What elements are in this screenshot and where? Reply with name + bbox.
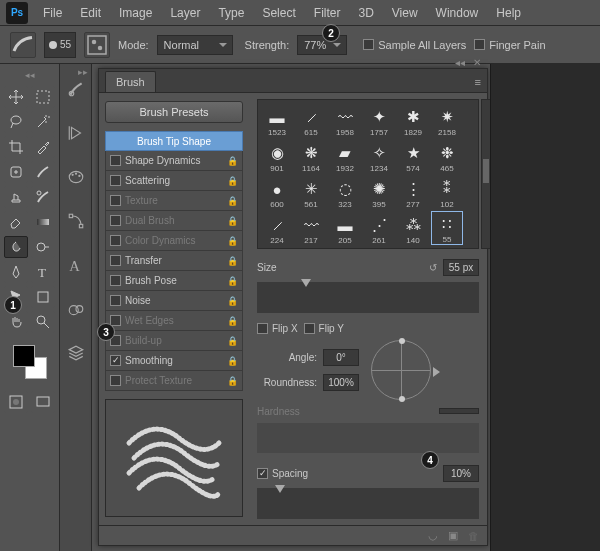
spacing-checkbox[interactable]: Spacing [257,468,308,479]
panel-collapse-icon[interactable]: ◂◂ [455,57,465,68]
foreground-color-swatch[interactable] [13,345,35,367]
menu-file[interactable]: File [34,6,71,20]
brush-tip-1829[interactable]: ✱1829 [397,103,429,137]
actions-panel-icon[interactable] [65,122,87,144]
menu-3d[interactable]: 3D [349,6,382,20]
spacing-value[interactable]: 10% [443,465,479,482]
menu-filter[interactable]: Filter [305,6,350,20]
menu-window[interactable]: Window [427,6,488,20]
brush-option-build-up[interactable]: Build-up🔒 [105,331,243,351]
brush-tip-574[interactable]: ★574 [397,139,429,173]
mode-dropdown[interactable]: Normal [157,35,233,55]
checkbox-icon[interactable] [110,215,121,226]
magic-wand-tool[interactable] [31,111,55,133]
brush-option-transfer[interactable]: Transfer🔒 [105,251,243,271]
panel-menu-icon[interactable]: ≡ [475,76,481,88]
lasso-tool[interactable] [4,111,28,133]
brush-tip-277[interactable]: ⋮277 [397,175,429,209]
smudge-tool[interactable] [4,236,28,258]
brush-tip-395[interactable]: ✺395 [363,175,395,209]
shape-tool[interactable] [31,286,55,308]
brush-tip-102[interactable]: ⁑102 [431,175,463,209]
spacing-slider[interactable] [257,488,479,519]
crop-tool[interactable] [4,136,28,158]
checkbox-icon[interactable] [110,375,121,386]
checkbox-icon[interactable] [110,255,121,266]
lock-icon[interactable]: 🔒 [227,156,238,166]
brush-tip-561[interactable]: ✳561 [295,175,327,209]
lock-icon[interactable]: 🔒 [227,196,238,206]
brush-option-wet-edges[interactable]: Wet Edges🔒 [105,311,243,331]
marquee-tool[interactable] [31,86,55,108]
brush-tip-600[interactable]: ●600 [261,175,293,209]
brush-tip-901[interactable]: ◉901 [261,139,293,173]
screen-mode-button[interactable] [31,391,55,413]
checkbox-icon[interactable] [110,175,121,186]
hand-tool[interactable] [4,311,28,333]
lock-icon[interactable]: 🔒 [227,256,238,266]
collapse-icon[interactable]: ◂◂ [25,70,35,80]
healing-brush-tool[interactable] [4,161,28,183]
brush-size-picker[interactable]: 55 [44,32,76,58]
brush-option-protect-texture[interactable]: Protect Texture🔒 [105,371,243,391]
panel-close-icon[interactable]: ✕ [473,57,481,68]
quick-mask-button[interactable] [4,391,28,413]
creative-cloud-panel-icon[interactable] [65,298,87,320]
character-panel-icon[interactable]: A [65,254,87,276]
dodge-tool[interactable] [31,236,55,258]
brush-presets-button[interactable]: Brush Presets [105,101,243,123]
brush-option-noise[interactable]: Noise🔒 [105,291,243,311]
lock-icon[interactable]: 🔒 [227,316,238,326]
move-tool[interactable] [4,86,28,108]
toggle-preview-icon[interactable]: ◡ [428,529,438,542]
brush-option-color-dynamics[interactable]: Color Dynamics🔒 [105,231,243,251]
sample-all-layers-checkbox[interactable]: Sample All Layers [363,39,466,51]
lock-icon[interactable]: 🔒 [227,176,238,186]
brush-tip-1932[interactable]: ▰1932 [329,139,361,173]
reset-size-icon[interactable]: ↺ [429,262,437,273]
color-panel-icon[interactable] [65,166,87,188]
history-brush-tool[interactable] [31,186,55,208]
color-swatches[interactable] [13,345,47,379]
pen-tool[interactable] [4,261,28,283]
menu-edit[interactable]: Edit [71,6,110,20]
brush-tip-217[interactable]: 〰217 [295,211,327,245]
checkbox-icon[interactable] [110,295,121,306]
brush-option-dual-brush[interactable]: Dual Brush🔒 [105,211,243,231]
flip-y-checkbox[interactable]: Flip Y [304,323,344,334]
flip-x-checkbox[interactable]: Flip X [257,323,298,334]
brush-tip-1164[interactable]: ❋1164 [295,139,327,173]
eraser-tool[interactable] [4,211,28,233]
angle-value[interactable]: 0° [323,349,359,366]
lock-icon[interactable]: 🔒 [227,296,238,306]
lock-icon[interactable]: 🔒 [227,376,238,386]
menu-help[interactable]: Help [487,6,530,20]
lock-icon[interactable]: 🔒 [227,236,238,246]
finger-painting-checkbox[interactable]: Finger Pain [474,39,545,51]
lock-icon[interactable]: 🔒 [227,276,238,286]
menu-select[interactable]: Select [253,6,304,20]
brush-tip-1958[interactable]: 〰1958 [329,103,361,137]
brush-option-smoothing[interactable]: Smoothing🔒 [105,351,243,371]
brush-tip-1757[interactable]: ✦1757 [363,103,395,137]
brush-tip-261[interactable]: ⋰261 [363,211,395,245]
gradient-tool[interactable] [31,211,55,233]
brush-option-brush-pose[interactable]: Brush Pose🔒 [105,271,243,291]
brush-tip-140[interactable]: ⁂140 [397,211,429,245]
history-panel-icon[interactable] [65,78,87,100]
brush-tip-1234[interactable]: ✧1234 [363,139,395,173]
lock-icon[interactable]: 🔒 [227,336,238,346]
checkbox-icon[interactable] [110,275,121,286]
brush-tip-1523[interactable]: ▬1523 [261,103,293,137]
brush-panel-toggle-button[interactable] [84,32,110,58]
menu-type[interactable]: Type [209,6,253,20]
checkbox-icon[interactable] [110,355,121,366]
brush-option-texture[interactable]: Texture🔒 [105,191,243,211]
brush-tool[interactable] [31,161,55,183]
size-slider[interactable] [257,282,479,313]
lock-icon[interactable]: 🔒 [227,216,238,226]
paths-panel-icon[interactable] [65,210,87,232]
brush-tip-205[interactable]: ▬205 [329,211,361,245]
checkbox-icon[interactable] [110,155,121,166]
brush-tip-615[interactable]: ⟋615 [295,103,327,137]
